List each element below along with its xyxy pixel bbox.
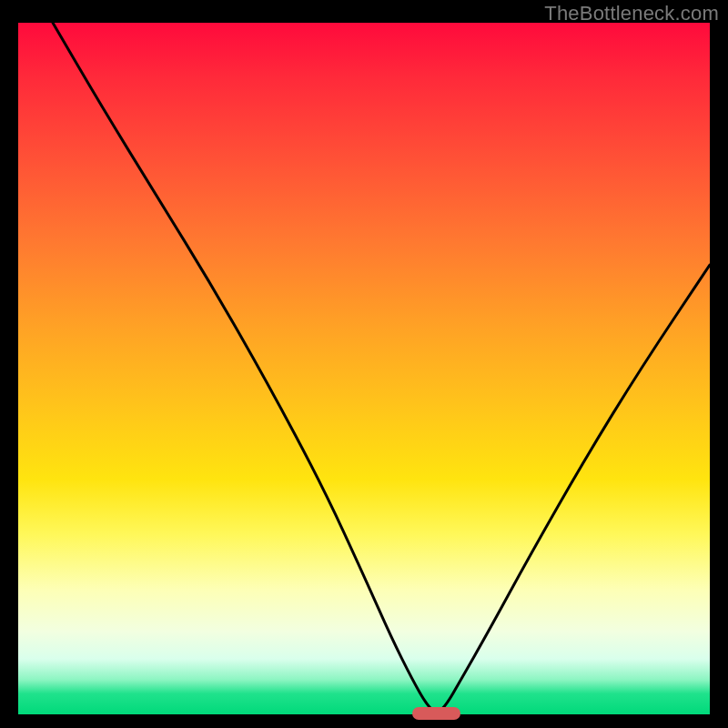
bottleneck-curve-path: [53, 23, 710, 712]
min-marker: [412, 707, 460, 720]
chart-frame: TheBottleneck.com: [0, 0, 728, 728]
plot-area: [18, 23, 710, 714]
curve-svg: [18, 23, 710, 714]
